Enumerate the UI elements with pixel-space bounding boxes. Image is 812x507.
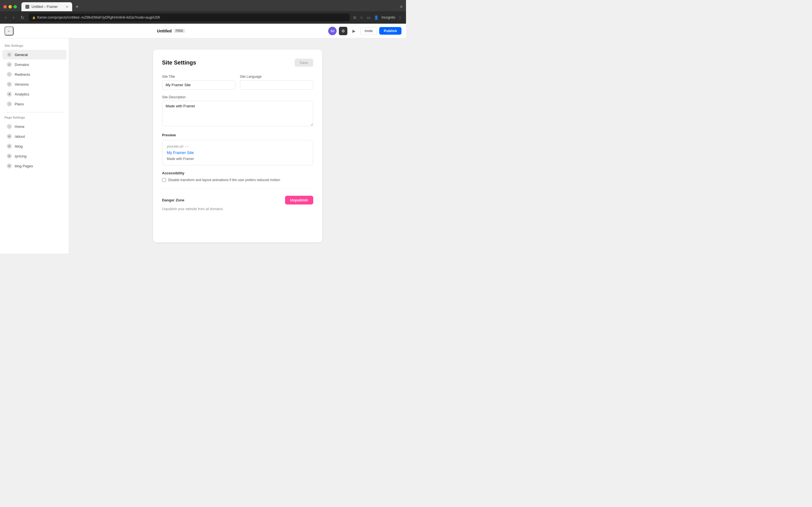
site-language-group: Site Language: [240, 75, 313, 90]
site-language-input[interactable]: [240, 80, 313, 90]
page-settings-section: Page Settings ⌂ Home ⊕ /about ⊕ /blog ⊕ …: [0, 116, 69, 171]
sidebar-item-home[interactable]: ⌂ Home: [2, 122, 66, 131]
site-description-group: Site Description Made with Framer: [162, 95, 313, 127]
sidebar-item-label-about: /about: [15, 134, 25, 138]
site-title-input[interactable]: [162, 80, 236, 90]
site-description-textarea[interactable]: Made with Framer: [162, 101, 313, 126]
redirects-icon: ⤷: [7, 72, 12, 77]
publish-button[interactable]: Publish: [379, 27, 402, 35]
sidebar-item-blog[interactable]: ⊕ /blog: [2, 142, 66, 151]
sidebar-item-about[interactable]: ⊕ /about: [2, 131, 66, 141]
page-settings-title: Page Settings: [0, 116, 69, 121]
accessibility-label: Accessibility: [162, 171, 313, 175]
sidebar-item-domains[interactable]: ◎ Domains: [2, 60, 66, 69]
preview-url: yoursite.url: [167, 145, 184, 149]
save-button[interactable]: Save: [295, 59, 313, 67]
incognito-label: Incognito: [382, 15, 395, 19]
invite-button[interactable]: Invite: [360, 27, 377, 35]
more-options-icon[interactable]: ⋮: [398, 15, 403, 20]
screen-share-icon[interactable]: ⊘: [352, 15, 357, 20]
site-title-group: Site Title: [162, 75, 236, 90]
browser-nav: ‹ › ↻ 🔒 framer.com/projects/Untitled--mZ…: [0, 11, 406, 24]
general-icon: ⊕: [7, 52, 12, 57]
danger-zone-description: Unpublish your website from all domains.: [162, 207, 224, 211]
sidebar-item-pricing[interactable]: ⊕ /pricing: [2, 151, 66, 161]
card-title: Site Settings: [162, 59, 196, 66]
main-layout: Site Settings ⊕ General ◎ Domains ⤷ Redi…: [0, 38, 406, 253]
preview-link: My Framer Site: [167, 151, 308, 155]
avatar-button[interactable]: SJ: [328, 27, 337, 35]
sidebar-item-label-analytics: Analytics: [15, 92, 29, 96]
blog-pages-icon: ⊕: [7, 163, 12, 168]
sidebar: Site Settings ⊕ General ◎ Domains ⤷ Redi…: [0, 38, 69, 253]
lock-icon: 🔒: [32, 16, 36, 19]
danger-zone: Danger Zone Unpublish Unpublish your web…: [162, 189, 313, 211]
reduced-motion-checkbox[interactable]: [162, 178, 166, 182]
reduced-motion-label: Disable transform and layout animations …: [168, 178, 280, 182]
header-center: Untitled FREE: [13, 29, 328, 33]
header-actions: SJ ⚙ ▶ Invite Publish: [328, 27, 402, 35]
preview-dots-icon: ⋯: [185, 144, 189, 149]
maximize-traffic-light[interactable]: [13, 5, 17, 8]
settings-card: Site Settings Save Site Title Site Langu…: [153, 50, 322, 242]
home-icon: ⌂: [7, 124, 12, 129]
sidebar-toggle-icon[interactable]: ▭: [366, 15, 371, 20]
settings-button[interactable]: ⚙: [339, 27, 347, 35]
sidebar-item-general[interactable]: ⊕ General: [2, 50, 66, 59]
sidebar-item-blog-pages[interactable]: ⊕ blog Pages: [2, 161, 66, 171]
preview-url-row: yoursite.url ⋯: [167, 144, 308, 149]
sidebar-item-versions[interactable]: ◷ Versions: [2, 79, 66, 89]
play-icon: ▶: [352, 29, 356, 33]
danger-zone-header: Danger Zone Unpublish: [162, 196, 313, 205]
blog-icon: ⊕: [7, 144, 12, 149]
back-to-editor-button[interactable]: ←: [4, 26, 13, 36]
preview-box: yoursite.url ⋯ My Framer Site Made with …: [162, 140, 313, 165]
profile-icon[interactable]: 👤: [373, 15, 379, 20]
address-bar[interactable]: 🔒 framer.com/projects/Untitled--mZ98oDWa…: [29, 13, 350, 21]
browser-tab[interactable]: Untitled – Framer ×: [21, 2, 72, 11]
tab-title: Untitled – Framer: [32, 5, 58, 9]
sidebar-item-label-redirects: Redirects: [15, 72, 30, 76]
sidebar-item-label-plans: Plans: [15, 102, 24, 106]
preview-label: Preview: [162, 133, 313, 137]
sidebar-item-label-pricing: /pricing: [15, 154, 27, 158]
site-description-label: Site Description: [162, 95, 313, 99]
sidebar-item-analytics[interactable]: ◈ Analytics: [2, 89, 66, 99]
preview-description: Made with Framer: [167, 157, 194, 161]
new-tab-button[interactable]: +: [73, 3, 81, 10]
play-button[interactable]: ▶: [350, 27, 358, 35]
close-traffic-light[interactable]: [3, 5, 7, 8]
sidebar-item-plans[interactable]: ◻ Plans: [2, 99, 66, 109]
preview-section: Preview yoursite.url ⋯ My Framer Site Ma…: [162, 133, 313, 165]
checkbox-row: Disable transform and layout animations …: [162, 178, 313, 182]
forward-button[interactable]: ›: [11, 14, 16, 21]
gear-icon: ⚙: [342, 29, 345, 33]
tab-close-button[interactable]: ×: [66, 4, 68, 9]
domains-icon: ◎: [7, 62, 12, 67]
sidebar-item-label-versions: Versions: [15, 82, 29, 87]
versions-icon: ◷: [7, 82, 12, 87]
nav-icons: ⊘ ☆ ▭ 👤 Incognito ⋮: [352, 15, 403, 20]
app-header: ← Untitled FREE SJ ⚙ ▶ Invite Publish: [0, 24, 406, 38]
analytics-icon: ◈: [7, 92, 12, 97]
tab-favicon: [26, 5, 29, 9]
site-settings-title: Site Settings: [0, 44, 69, 50]
unpublish-button[interactable]: Unpublish: [285, 196, 313, 205]
danger-zone-title: Danger Zone: [162, 198, 185, 202]
site-language-label: Site Language: [240, 75, 313, 78]
title-language-row: Site Title Site Language: [162, 75, 313, 90]
content-area: Site Settings Save Site Title Site Langu…: [69, 38, 406, 253]
back-button[interactable]: ‹: [3, 14, 8, 21]
site-settings-section: Site Settings ⊕ General ◎ Domains ⤷ Redi…: [0, 44, 69, 109]
sidebar-item-redirects[interactable]: ⤷ Redirects: [2, 69, 66, 79]
card-header: Site Settings Save: [162, 59, 313, 67]
minimize-traffic-light[interactable]: [8, 5, 12, 8]
expand-button[interactable]: ≡: [400, 4, 403, 9]
refresh-button[interactable]: ↻: [19, 14, 26, 21]
free-badge: FREE: [174, 29, 185, 33]
project-title: Untitled: [157, 29, 172, 33]
sidebar-item-label-general: General: [15, 53, 28, 57]
pricing-icon: ⊕: [7, 154, 12, 159]
bookmark-icon[interactable]: ☆: [359, 15, 364, 20]
site-title-label: Site Title: [162, 75, 236, 78]
